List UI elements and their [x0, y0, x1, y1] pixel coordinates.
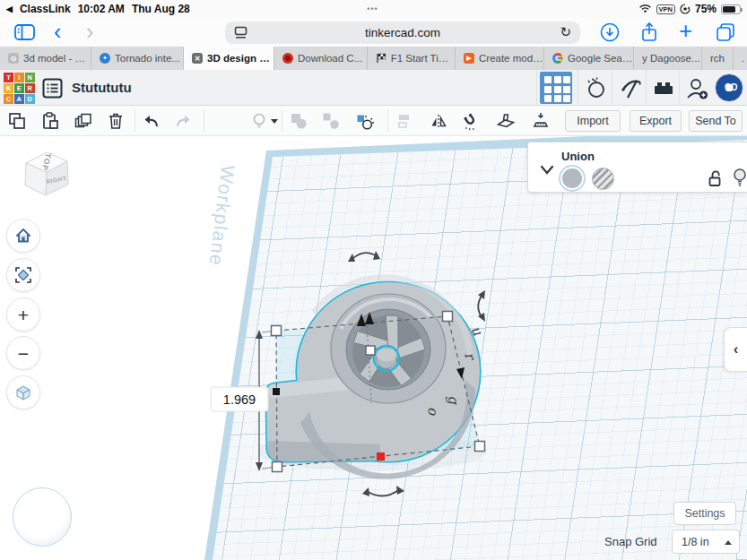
address-bar[interactable]: tinkercad.com ↻	[225, 22, 580, 44]
paste-icon[interactable]	[40, 111, 60, 131]
zoom-out-button[interactable]: −	[6, 336, 40, 370]
date: Thu Aug 28	[132, 3, 190, 15]
expand-panel-flap[interactable]: ‹	[724, 327, 747, 372]
unlock-icon[interactable]	[706, 169, 724, 187]
tinkercad-logo[interactable]: T I N K E R C A D	[4, 73, 35, 104]
view-cube[interactable]: TOP RIGHT	[16, 143, 75, 201]
tab-sliver[interactable]: .	[734, 47, 747, 70]
caret-up-icon	[725, 540, 732, 545]
sim-lab-icon[interactable]	[585, 76, 608, 99]
home-view-button[interactable]	[6, 219, 40, 253]
collapse-panel-chevron-icon[interactable]	[537, 162, 557, 178]
workplane-label: Workplane	[204, 164, 239, 268]
tab-create-mode[interactable]: ▶ Create mode...	[456, 47, 544, 70]
browser-toolbar: ‹ › tinkercad.com ↻ +	[0, 18, 747, 47]
undo-icon[interactable]	[142, 111, 161, 131]
align-icon[interactable]	[354, 111, 374, 131]
tab-3d-design-active[interactable]: ✕ 3D design St...	[184, 47, 274, 70]
minus-icon: −	[18, 344, 29, 363]
tab-tornado[interactable]: ✦ Tornado inte...	[91, 47, 184, 70]
red-favicon	[282, 53, 293, 64]
logo-cell: I	[14, 73, 24, 82]
battery-icon	[721, 4, 741, 14]
copy-icon[interactable]	[7, 111, 27, 131]
profile-avatar[interactable]: CD	[715, 73, 743, 102]
orbit-puck[interactable]	[13, 487, 72, 547]
tab-download[interactable]: Download C...	[274, 47, 368, 70]
design-title[interactable]: Stutututu	[72, 80, 132, 95]
fit-view-button[interactable]	[6, 258, 40, 292]
edit-toolbar: Import Export Send To	[0, 106, 747, 136]
status-ellipsis: •••	[367, 4, 378, 13]
sidebar-toggle-icon[interactable]	[14, 24, 35, 40]
shape-name-label: Union	[561, 150, 595, 163]
redo-icon[interactable]	[173, 111, 193, 131]
export-button[interactable]: Export	[630, 110, 682, 132]
design-canvas[interactable]: Workplane	[0, 136, 747, 560]
group-icon[interactable]	[289, 111, 308, 131]
logo-cell: D	[25, 94, 35, 104]
logo-cell: T	[4, 73, 13, 82]
back-button[interactable]: ‹	[54, 18, 61, 45]
orange-favicon: ▶	[464, 53, 474, 64]
vpn-badge: VPN	[656, 4, 675, 14]
tab-google-search[interactable]: Google Search	[544, 47, 634, 70]
logo-cell: N	[25, 73, 35, 82]
bricks-icon[interactable]	[652, 76, 675, 99]
perspective-cube-icon	[14, 383, 32, 401]
close-tab-icon[interactable]: ✕	[192, 53, 203, 64]
back-to-app-label[interactable]: ClassLink	[20, 3, 71, 15]
hole-swatch[interactable]	[592, 168, 614, 190]
checkered-flag-favicon	[376, 53, 387, 64]
fit-view-icon	[14, 266, 32, 284]
tab-f1-timer[interactable]: F1 Start Timer	[368, 47, 456, 70]
back-to-app-icon[interactable]: ◀	[6, 4, 13, 13]
google-favicon	[552, 53, 563, 64]
tab-strip: G 3d model - G... ✦ Tornado inte... ✕ 3D…	[0, 47, 747, 70]
add-collaborator-icon[interactable]	[684, 76, 709, 101]
page-layout-icon[interactable]	[234, 26, 248, 39]
delete-icon[interactable]	[106, 111, 126, 131]
zoom-in-button[interactable]: +	[6, 297, 40, 332]
show-all-bulb-icon[interactable]	[249, 111, 269, 131]
downloads-icon[interactable]	[600, 22, 620, 42]
chevron-left-icon: ‹	[734, 340, 739, 358]
magnet-icon[interactable]	[461, 111, 481, 131]
forward-button[interactable]: ›	[86, 18, 93, 45]
ungroup-icon[interactable]	[321, 111, 341, 131]
distribute-icon[interactable]	[395, 111, 414, 131]
share-icon[interactable]	[639, 22, 659, 43]
shape-inspector-panel: Union	[527, 142, 747, 193]
editor-3d-mode-button[interactable]	[540, 72, 572, 104]
workplane-tool-icon[interactable]	[496, 111, 516, 131]
settings-button[interactable]: Settings	[673, 502, 736, 525]
perspective-toggle-button[interactable]	[6, 375, 40, 409]
screen: ◀ ClassLink 10:02 AM Thu Aug 28 ••• VPN …	[0, 0, 747, 560]
app-header: T I N K E R C A D Stutututu	[0, 70, 747, 106]
logo-cell: C	[4, 94, 13, 104]
rotation-lock-icon	[680, 4, 691, 14]
import-button[interactable]: Import	[565, 110, 621, 132]
reload-icon[interactable]: ↻	[560, 24, 571, 40]
bulb-dropdown-caret[interactable]	[269, 111, 280, 131]
tab-3d-model[interactable]: G 3d model - G...	[0, 47, 91, 70]
hide-bulb-icon[interactable]	[731, 167, 747, 188]
logo-cell: K	[4, 83, 13, 93]
tab-dagoose[interactable]: y Dagoose...	[634, 47, 702, 70]
tornado-favicon: ✦	[100, 53, 110, 64]
battery-percent: 75%	[695, 3, 717, 15]
tab-rch[interactable]: rch	[702, 47, 734, 70]
snap-grid-value: 1/8 in	[682, 536, 709, 548]
flip-mirror-icon[interactable]	[429, 111, 448, 131]
send-to-button[interactable]: Send To	[689, 110, 743, 132]
wifi-icon	[638, 4, 652, 14]
snap-grid-select[interactable]: 1/8 in	[672, 530, 740, 554]
workplane[interactable]	[0, 136, 747, 560]
solid-color-swatch[interactable]	[560, 167, 584, 190]
blocks-pickaxe-icon[interactable]	[619, 76, 642, 99]
tab-overview-icon[interactable]	[716, 22, 735, 42]
ruler-drop-icon[interactable]	[531, 111, 551, 131]
design-menu-icon[interactable]	[42, 78, 63, 99]
new-tab-icon[interactable]: +	[679, 17, 692, 45]
duplicate-icon[interactable]	[74, 111, 93, 131]
